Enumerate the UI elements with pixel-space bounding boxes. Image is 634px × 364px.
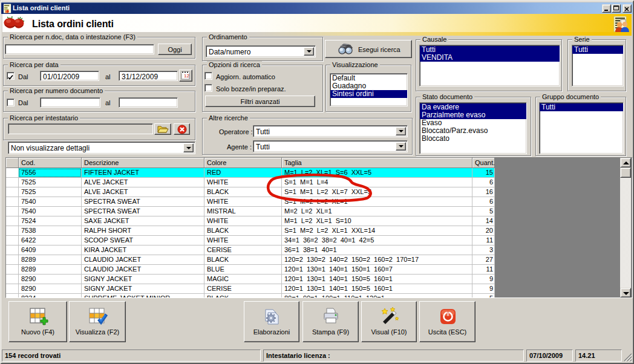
svg-text:12: 12 xyxy=(184,73,189,79)
